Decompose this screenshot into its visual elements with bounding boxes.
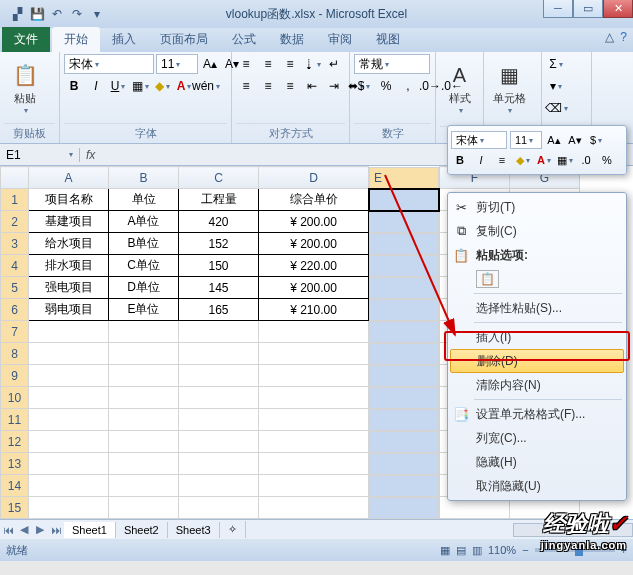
save-icon[interactable]: 💾 bbox=[28, 5, 46, 23]
decrease-indent-icon[interactable]: ⇤ bbox=[302, 76, 322, 96]
cell[interactable]: 145 bbox=[179, 277, 259, 299]
row-header[interactable]: 2 bbox=[1, 211, 29, 233]
row-header[interactable]: 12 bbox=[1, 431, 29, 453]
sheet-nav-first[interactable]: ⏮ bbox=[0, 524, 16, 536]
align-left-icon[interactable]: ≡ bbox=[236, 76, 256, 96]
cell[interactable]: ¥ 210.00 bbox=[259, 299, 369, 321]
phonetic-button[interactable]: wén▾ bbox=[196, 76, 216, 96]
cell[interactable]: 弱电项目 bbox=[29, 299, 109, 321]
col-header-B[interactable]: B bbox=[109, 167, 179, 189]
col-header-A[interactable]: A bbox=[29, 167, 109, 189]
cell[interactable]: 165 bbox=[179, 299, 259, 321]
row-header[interactable]: 7 bbox=[1, 321, 29, 343]
cell[interactable]: 排水项目 bbox=[29, 255, 109, 277]
tab-home[interactable]: 开始 bbox=[52, 27, 100, 52]
zoom-level[interactable]: 110% bbox=[488, 544, 516, 556]
cell[interactable]: D单位 bbox=[109, 277, 179, 299]
row-header[interactable]: 10 bbox=[1, 387, 29, 409]
paste-button[interactable]: 📋 粘贴 ▾ bbox=[4, 54, 46, 120]
maximize-button[interactable]: ▭ bbox=[573, 0, 603, 18]
mini-size-select[interactable]: 11▾ bbox=[510, 131, 542, 149]
row-header[interactable]: 9 bbox=[1, 365, 29, 387]
paste-option-icon[interactable]: 📋 bbox=[476, 270, 499, 288]
orientation-icon[interactable]: ⭭▾ bbox=[302, 54, 322, 74]
percent-icon[interactable]: % bbox=[376, 76, 396, 96]
view-layout-icon[interactable]: ▤ bbox=[456, 544, 466, 557]
mini-font-select[interactable]: 宋体▾ bbox=[451, 131, 507, 149]
font-name-select[interactable]: 宋体▾ bbox=[64, 54, 154, 74]
sheet-tab-1[interactable]: Sheet1 bbox=[64, 522, 116, 538]
cell[interactable]: B单位 bbox=[109, 233, 179, 255]
row-header[interactable]: 5 bbox=[1, 277, 29, 299]
sheet-nav-last[interactable]: ⏭ bbox=[48, 524, 64, 536]
row-header[interactable]: 15 bbox=[1, 497, 29, 519]
sheet-nav-prev[interactable]: ◀ bbox=[16, 523, 32, 536]
col-header-C[interactable]: C bbox=[179, 167, 259, 189]
tab-file[interactable]: 文件 bbox=[2, 27, 50, 52]
cell[interactable]: 综合单价 bbox=[259, 189, 369, 211]
zoom-out-button[interactable]: − bbox=[522, 544, 528, 556]
border-button[interactable]: ▦▾ bbox=[130, 76, 150, 96]
menu-format-cells[interactable]: 📑设置单元格格式(F)... bbox=[448, 402, 626, 426]
fill-icon[interactable]: ▾▾ bbox=[546, 76, 566, 96]
cells-button[interactable]: ▦ 单元格▾ bbox=[488, 54, 530, 120]
select-all-corner[interactable] bbox=[1, 167, 29, 189]
cell[interactable]: 152 bbox=[179, 233, 259, 255]
align-top-icon[interactable]: ≡ bbox=[236, 54, 256, 74]
increase-indent-icon[interactable]: ⇥ bbox=[324, 76, 344, 96]
row-header[interactable]: 1 bbox=[1, 189, 29, 211]
comma-icon[interactable]: , bbox=[398, 76, 418, 96]
cell[interactable]: 单位 bbox=[109, 189, 179, 211]
mini-fill-icon[interactable]: ◆▾ bbox=[514, 151, 532, 169]
new-sheet-button[interactable]: ✧ bbox=[220, 521, 246, 538]
align-middle-icon[interactable]: ≡ bbox=[258, 54, 278, 74]
mini-grow-icon[interactable]: A▴ bbox=[545, 131, 563, 149]
cell[interactable]: 给水项目 bbox=[29, 233, 109, 255]
menu-clear[interactable]: 清除内容(N) bbox=[448, 373, 626, 397]
mini-align-icon[interactable]: ≡ bbox=[493, 151, 511, 169]
minimize-ribbon-icon[interactable]: △ bbox=[605, 30, 614, 44]
fx-icon[interactable]: fx bbox=[80, 148, 101, 162]
tab-view[interactable]: 视图 bbox=[364, 27, 412, 52]
cell[interactable]: ¥ 200.00 bbox=[259, 233, 369, 255]
tab-layout[interactable]: 页面布局 bbox=[148, 27, 220, 52]
row-header[interactable]: 8 bbox=[1, 343, 29, 365]
underline-button[interactable]: U▾ bbox=[108, 76, 128, 96]
cell[interactable]: A单位 bbox=[109, 211, 179, 233]
view-normal-icon[interactable]: ▦ bbox=[440, 544, 450, 557]
align-center-icon[interactable]: ≡ bbox=[258, 76, 278, 96]
qat-more-icon[interactable]: ▾ bbox=[88, 5, 106, 23]
cell[interactable]: 工程量 bbox=[179, 189, 259, 211]
wrap-text-icon[interactable]: ↵ bbox=[324, 54, 344, 74]
sheet-tab-3[interactable]: Sheet3 bbox=[168, 522, 220, 538]
clear-icon[interactable]: ⌫▾ bbox=[546, 98, 566, 118]
row-header[interactable]: 14 bbox=[1, 475, 29, 497]
menu-unhide[interactable]: 取消隐藏(U) bbox=[448, 474, 626, 498]
row-header[interactable]: 3 bbox=[1, 233, 29, 255]
row-header[interactable]: 6 bbox=[1, 299, 29, 321]
help-icon[interactable]: ? bbox=[620, 30, 627, 44]
view-pagebreak-icon[interactable]: ▥ bbox=[472, 544, 482, 557]
name-box[interactable]: E1▾ bbox=[0, 148, 80, 162]
cell[interactable]: ¥ 220.00 bbox=[259, 255, 369, 277]
cell[interactable]: 强电项目 bbox=[29, 277, 109, 299]
font-color-button[interactable]: A▾ bbox=[174, 76, 194, 96]
bold-button[interactable]: B bbox=[64, 76, 84, 96]
cell[interactable]: 项目名称 bbox=[29, 189, 109, 211]
autosum-icon[interactable]: Σ▾ bbox=[546, 54, 566, 74]
cell[interactable]: 420 bbox=[179, 211, 259, 233]
row-header[interactable]: 11 bbox=[1, 409, 29, 431]
tab-review[interactable]: 审阅 bbox=[316, 27, 364, 52]
undo-icon[interactable]: ↶ bbox=[48, 5, 66, 23]
mini-percent-icon[interactable]: % bbox=[598, 151, 616, 169]
row-header[interactable]: 4 bbox=[1, 255, 29, 277]
menu-hide[interactable]: 隐藏(H) bbox=[448, 450, 626, 474]
row-header[interactable]: 13 bbox=[1, 453, 29, 475]
align-right-icon[interactable]: ≡ bbox=[280, 76, 300, 96]
styles-button[interactable]: A 样式▾ bbox=[440, 54, 479, 120]
minimize-button[interactable]: ─ bbox=[543, 0, 573, 18]
sheet-tab-2[interactable]: Sheet2 bbox=[116, 522, 168, 538]
mini-shrink-icon[interactable]: A▾ bbox=[566, 131, 584, 149]
col-header-D[interactable]: D bbox=[259, 167, 369, 189]
mini-currency-icon[interactable]: $▾ bbox=[587, 131, 605, 149]
